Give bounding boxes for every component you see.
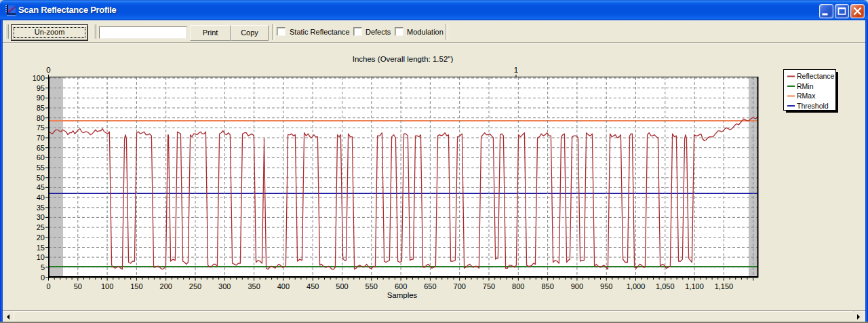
svg-text:200: 200 bbox=[160, 282, 172, 290]
svg-text:900: 900 bbox=[571, 282, 583, 290]
svg-text:400: 400 bbox=[277, 282, 290, 290]
svg-text:80: 80 bbox=[37, 114, 45, 122]
svg-text:1,150: 1,150 bbox=[715, 282, 734, 290]
svg-text:85: 85 bbox=[37, 104, 45, 112]
svg-text:700: 700 bbox=[454, 282, 466, 290]
svg-text:150: 150 bbox=[130, 282, 142, 290]
svg-text:55: 55 bbox=[37, 164, 45, 172]
svg-text:RMax: RMax bbox=[797, 92, 816, 100]
svg-text:50: 50 bbox=[37, 174, 45, 182]
svg-text:20: 20 bbox=[37, 233, 45, 242]
svg-text:950: 950 bbox=[600, 282, 612, 290]
svg-text:0: 0 bbox=[41, 273, 45, 282]
svg-text:800: 800 bbox=[512, 282, 524, 290]
svg-text:Threshold: Threshold bbox=[797, 102, 829, 110]
svg-text:1,050: 1,050 bbox=[656, 282, 675, 290]
svg-text:750: 750 bbox=[483, 282, 495, 290]
svg-text:100: 100 bbox=[33, 74, 45, 82]
svg-text:300: 300 bbox=[218, 282, 231, 290]
svg-text:25: 25 bbox=[37, 223, 45, 231]
svg-text:850: 850 bbox=[541, 282, 553, 290]
svg-text:600: 600 bbox=[395, 282, 407, 290]
svg-text:65: 65 bbox=[37, 144, 45, 152]
svg-text:70: 70 bbox=[37, 134, 45, 142]
svg-text:15: 15 bbox=[37, 244, 45, 252]
svg-text:100: 100 bbox=[101, 282, 113, 290]
svg-text:30: 30 bbox=[37, 213, 45, 221]
svg-text:50: 50 bbox=[74, 282, 82, 290]
svg-text:1,100: 1,100 bbox=[685, 282, 704, 290]
svg-text:350: 350 bbox=[248, 282, 260, 290]
svg-text:35: 35 bbox=[37, 204, 45, 212]
svg-text:450: 450 bbox=[307, 282, 319, 290]
svg-text:75: 75 bbox=[37, 124, 45, 132]
svg-text:550: 550 bbox=[366, 282, 378, 290]
svg-text:1: 1 bbox=[514, 66, 518, 74]
svg-text:40: 40 bbox=[37, 193, 45, 202]
svg-text:5: 5 bbox=[41, 263, 45, 271]
svg-text:0: 0 bbox=[46, 66, 50, 74]
svg-text:Reflectance: Reflectance bbox=[797, 72, 835, 80]
svg-text:Inches (Overall length: 1.52"): Inches (Overall length: 1.52") bbox=[353, 55, 454, 63]
svg-text:10: 10 bbox=[37, 253, 45, 261]
svg-text:500: 500 bbox=[336, 282, 348, 290]
svg-text:250: 250 bbox=[189, 282, 201, 290]
svg-text:0: 0 bbox=[46, 282, 50, 290]
svg-text:Samples: Samples bbox=[387, 291, 418, 299]
svg-text:1,000: 1,000 bbox=[627, 282, 646, 290]
svg-text:45: 45 bbox=[37, 183, 45, 191]
svg-text:95: 95 bbox=[37, 84, 45, 92]
svg-text:650: 650 bbox=[424, 282, 436, 290]
svg-text:90: 90 bbox=[37, 94, 45, 102]
svg-text:60: 60 bbox=[37, 153, 45, 162]
svg-text:RMin: RMin bbox=[797, 82, 814, 90]
